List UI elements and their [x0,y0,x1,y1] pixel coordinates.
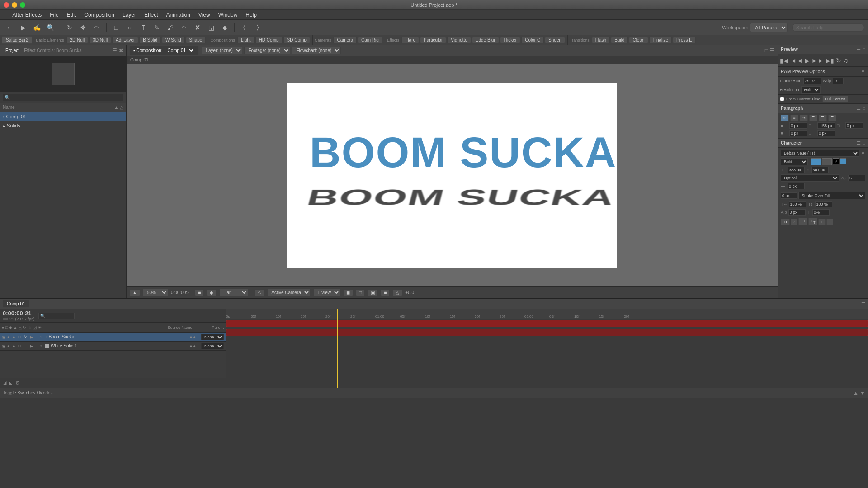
tool-pen[interactable]: ✎ [151,22,163,33]
btn-vignette[interactable]: Vignette [447,37,471,43]
character-menu[interactable]: ☰ [857,141,861,145]
vert-size-input[interactable] [811,167,829,173]
layer1-parent-select[interactable]: None [201,334,224,340]
flowchart-select[interactable]: Flowchart: (none) [292,47,341,54]
indent-input2[interactable] [817,122,835,129]
fmt-subscript-btn[interactable]: TT [808,218,817,225]
viewer-safe-btn[interactable]: △ [392,289,402,296]
viewer-info-btn[interactable]: ▲ [129,289,140,296]
prev-audio-btn[interactable]: ♫ [843,57,848,64]
panel-expand-icon[interactable]: □ [765,47,768,54]
tool-puppet[interactable]: ◆ [219,22,231,33]
tool-arrow3[interactable]: 〉 [252,22,264,33]
tool-zoom[interactable]: 🔍 [44,22,56,33]
layer2-vis[interactable]: ● [7,344,13,348]
preview-panel-menu[interactable]: ☰ [857,47,861,52]
paragraph-menu[interactable]: ☰ [857,106,861,111]
viewer-grid-btn[interactable]: ▣ [368,289,378,296]
optical-select[interactable]: Optical [781,174,839,182]
timeline-tab-comp01[interactable]: Comp 01 [3,300,29,308]
btn-flash[interactable]: Flash [592,37,610,43]
project-search-input[interactable] [3,94,123,101]
menu-file[interactable]: File [46,11,62,19]
resolution-preview-select[interactable]: HalfFull [801,86,821,94]
fmt-underline-btn[interactable]: T [818,219,826,225]
tracking-input[interactable] [788,183,805,189]
prev-loop-btn[interactable]: ↻ [836,57,841,64]
layer-select[interactable]: Layer: (none) [202,47,242,54]
panel-menu2-icon[interactable]: ☰ [770,47,775,54]
btn-sd-comp[interactable]: SD Comp [283,37,310,43]
paragraph-header[interactable]: Paragraph ☰ □ [778,104,868,113]
menu-edit[interactable]: Edit [63,11,80,19]
layer1-solo[interactable]: ◉ [2,335,7,339]
panel-close-icon[interactable]: ✖ [119,47,123,54]
viewer-snap-btn[interactable]: ■ [195,289,204,296]
tool-brush[interactable]: 🖌 [165,22,176,33]
tab-project[interactable]: Project [3,47,22,54]
prev-play-btn[interactable]: ▶ [805,57,810,64]
layer2-expand[interactable]: ▶ [30,344,33,348]
search-help-input[interactable] [792,23,864,32]
btn-camera[interactable]: Camera [333,37,357,43]
viewer-fast-preview-btn[interactable]: ⚠ [254,289,264,296]
panel-menu-icon[interactable]: ☰ [112,47,117,54]
comp-viewer[interactable]: BOOM SUCKA BOOM SUCKA [127,64,778,286]
prev-last-btn[interactable]: ▶▮ [826,57,834,64]
font-settings-icon[interactable]: ▼ [861,151,865,156]
indent-input1[interactable] [789,122,807,129]
maximize-button[interactable] [20,2,25,8]
baseline-input[interactable] [788,209,806,216]
character-expand[interactable]: □ [863,141,865,145]
font-select[interactable]: Bebas Neue (TT) [781,150,859,157]
fmt-strikethrough-btn[interactable]: T [826,219,834,225]
btn-flare[interactable]: Flare [401,37,419,43]
layer-new-icon[interactable]: ◢ [3,380,6,386]
viewer-mask-btn[interactable]: ◆ [207,289,217,296]
layer-folder-icon[interactable]: ◣ [9,380,13,386]
layer1-lock[interactable]: ● [13,335,18,339]
color-swap-icon[interactable]: ⇄ [833,158,839,164]
salad-bar-tab[interactable]: Salad Bar2 [2,36,32,44]
menu-composition[interactable]: Composition [80,11,118,19]
views-select[interactable]: 1 View [313,289,340,296]
tool-select[interactable]: ▶ [17,22,29,33]
sort-controls[interactable]: ▲ △ [114,105,123,110]
tool-arrow[interactable]: ← [4,22,15,33]
tool-rotate[interactable]: ↻ [64,22,75,33]
btn-build[interactable]: Build [611,37,628,43]
menu-layer[interactable]: Layer [119,11,140,19]
minimize-button[interactable] [12,2,17,8]
resolution-select[interactable]: HalfFullQuarter [219,289,248,296]
stroke-color-swatch[interactable] [822,158,832,165]
btn-clean[interactable]: Clean [629,37,648,43]
tool-eraser[interactable]: ✘ [192,22,203,33]
fmt-superscript-btn[interactable]: TT [798,218,807,225]
camera-select[interactable]: Active Camera [267,289,311,296]
framerate-input[interactable] [803,78,821,84]
timeline-tracks[interactable] [226,319,868,388]
style-select[interactable]: BoldRegular [781,158,808,165]
preview-panel-header[interactable]: Preview ☰ □ [778,45,868,54]
align-center-btn[interactable]: ≡ [790,115,798,121]
footage-select[interactable]: Footage: (none) [244,47,290,54]
btn-particular[interactable]: Particular [420,37,446,43]
align-justify-btn[interactable]: ≣ [809,115,817,121]
tsume-input[interactable] [812,209,830,216]
preview-panel-expand[interactable]: □ [863,47,865,52]
indent-input4[interactable] [789,130,807,136]
layer2-shy[interactable]: □ [18,344,24,348]
tool-type[interactable]: T [137,22,149,33]
prev-first-btn[interactable]: ▮◀ [780,57,788,64]
vert-scale-input[interactable] [815,201,832,207]
window-controls[interactable] [4,2,25,8]
tool-pan[interactable]: ⚰ [91,22,103,33]
toggle-switches-label[interactable]: Toggle Switches / Modes [3,390,53,395]
tool-shape-rect[interactable]: □ [110,22,122,33]
paragraph-expand[interactable]: □ [863,106,865,111]
tool-shape-ellipse[interactable]: ○ [124,22,136,33]
btn-press-e[interactable]: Press E [673,37,696,43]
tool-move[interactable]: ✥ [77,22,89,33]
menu-effect[interactable]: Effect [141,11,161,19]
layer1-fx[interactable]: fx [24,335,30,339]
